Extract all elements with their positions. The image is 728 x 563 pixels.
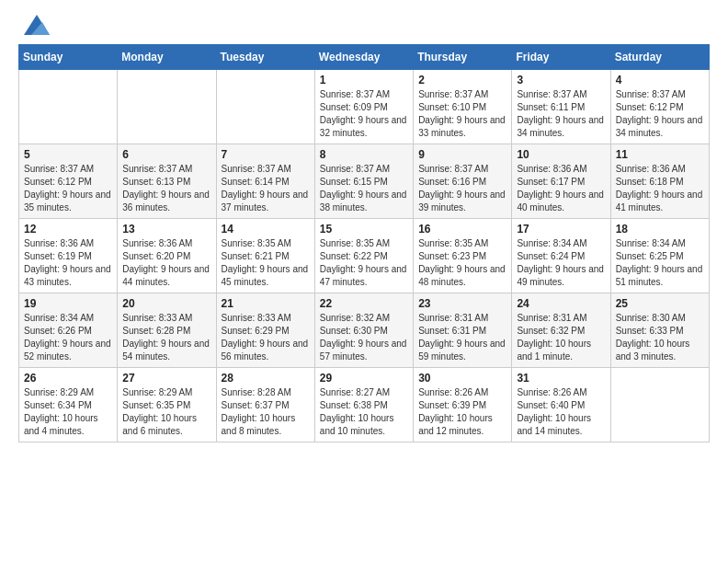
day-number: 26 bbox=[24, 372, 112, 385]
day-number: 14 bbox=[222, 223, 310, 236]
weekday-header-row: SundayMondayTuesdayWednesdayThursdayFrid… bbox=[19, 45, 710, 70]
day-info: Sunrise: 8:37 AM Sunset: 6:11 PM Dayligh… bbox=[517, 88, 605, 140]
day-cell-24: 24Sunrise: 8:31 AM Sunset: 6:32 PM Dayli… bbox=[512, 293, 610, 368]
day-cell-14: 14Sunrise: 8:35 AM Sunset: 6:21 PM Dayli… bbox=[216, 219, 314, 293]
day-number: 2 bbox=[418, 74, 506, 86]
day-cell-13: 13Sunrise: 8:36 AM Sunset: 6:20 PM Dayli… bbox=[118, 219, 216, 293]
day-cell-31: 31Sunrise: 8:26 AM Sunset: 6:40 PM Dayli… bbox=[512, 368, 610, 442]
day-number: 15 bbox=[320, 223, 408, 236]
day-cell-28: 28Sunrise: 8:28 AM Sunset: 6:37 PM Dayli… bbox=[216, 368, 314, 442]
day-info: Sunrise: 8:36 AM Sunset: 6:20 PM Dayligh… bbox=[122, 237, 210, 289]
day-cell-27: 27Sunrise: 8:29 AM Sunset: 6:35 PM Dayli… bbox=[118, 368, 216, 442]
day-info: Sunrise: 8:37 AM Sunset: 6:13 PM Dayligh… bbox=[122, 163, 210, 214]
day-cell-21: 21Sunrise: 8:33 AM Sunset: 6:29 PM Dayli… bbox=[216, 293, 314, 368]
day-number: 25 bbox=[616, 297, 704, 310]
day-info: Sunrise: 8:34 AM Sunset: 6:26 PM Dayligh… bbox=[24, 312, 112, 363]
day-cell-16: 16Sunrise: 8:35 AM Sunset: 6:23 PM Dayli… bbox=[414, 219, 512, 293]
day-number: 29 bbox=[320, 372, 408, 385]
day-cell-9: 9Sunrise: 8:37 AM Sunset: 6:16 PM Daylig… bbox=[414, 144, 512, 219]
day-info: Sunrise: 8:32 AM Sunset: 6:30 PM Dayligh… bbox=[320, 312, 408, 363]
day-number: 11 bbox=[616, 148, 704, 161]
day-info: Sunrise: 8:33 AM Sunset: 6:29 PM Dayligh… bbox=[222, 312, 310, 363]
day-number: 27 bbox=[122, 372, 210, 385]
logo bbox=[18, 15, 50, 35]
day-cell-19: 19Sunrise: 8:34 AM Sunset: 6:26 PM Dayli… bbox=[19, 293, 118, 368]
week-row-4: 19Sunrise: 8:34 AM Sunset: 6:26 PM Dayli… bbox=[19, 293, 710, 368]
day-info: Sunrise: 8:30 AM Sunset: 6:33 PM Dayligh… bbox=[616, 312, 704, 363]
day-number: 16 bbox=[418, 223, 506, 236]
day-number: 6 bbox=[122, 148, 210, 161]
day-cell-22: 22Sunrise: 8:32 AM Sunset: 6:30 PM Dayli… bbox=[314, 293, 413, 368]
day-cell-29: 29Sunrise: 8:27 AM Sunset: 6:38 PM Dayli… bbox=[314, 368, 413, 442]
day-cell-10: 10Sunrise: 8:36 AM Sunset: 6:17 PM Dayli… bbox=[512, 144, 610, 219]
empty-cell bbox=[610, 368, 709, 442]
weekday-header-saturday: Saturday bbox=[610, 45, 709, 70]
day-number: 8 bbox=[320, 148, 408, 161]
day-info: Sunrise: 8:26 AM Sunset: 6:39 PM Dayligh… bbox=[418, 386, 506, 438]
weekday-header-sunday: Sunday bbox=[19, 45, 118, 70]
day-info: Sunrise: 8:35 AM Sunset: 6:22 PM Dayligh… bbox=[320, 237, 408, 289]
day-info: Sunrise: 8:37 AM Sunset: 6:16 PM Dayligh… bbox=[418, 163, 506, 214]
week-row-5: 26Sunrise: 8:29 AM Sunset: 6:34 PM Dayli… bbox=[19, 368, 710, 442]
empty-cell bbox=[118, 70, 216, 144]
day-info: Sunrise: 8:26 AM Sunset: 6:40 PM Dayligh… bbox=[517, 386, 605, 438]
day-info: Sunrise: 8:31 AM Sunset: 6:31 PM Dayligh… bbox=[418, 312, 506, 363]
day-cell-18: 18Sunrise: 8:34 AM Sunset: 6:25 PM Dayli… bbox=[610, 219, 709, 293]
day-cell-4: 4Sunrise: 8:37 AM Sunset: 6:12 PM Daylig… bbox=[610, 70, 709, 144]
day-number: 19 bbox=[24, 297, 112, 310]
day-cell-7: 7Sunrise: 8:37 AM Sunset: 6:14 PM Daylig… bbox=[216, 144, 314, 219]
day-info: Sunrise: 8:37 AM Sunset: 6:10 PM Dayligh… bbox=[418, 88, 506, 140]
empty-cell bbox=[216, 70, 314, 144]
empty-cell bbox=[19, 70, 118, 144]
day-info: Sunrise: 8:34 AM Sunset: 6:25 PM Dayligh… bbox=[616, 237, 704, 289]
day-info: Sunrise: 8:28 AM Sunset: 6:37 PM Dayligh… bbox=[222, 386, 310, 438]
day-number: 22 bbox=[320, 297, 408, 310]
day-cell-20: 20Sunrise: 8:33 AM Sunset: 6:28 PM Dayli… bbox=[118, 293, 216, 368]
weekday-header-monday: Monday bbox=[118, 45, 216, 70]
day-cell-5: 5Sunrise: 8:37 AM Sunset: 6:12 PM Daylig… bbox=[19, 144, 118, 219]
day-number: 28 bbox=[222, 372, 310, 385]
day-info: Sunrise: 8:33 AM Sunset: 6:28 PM Dayligh… bbox=[122, 312, 210, 363]
day-cell-8: 8Sunrise: 8:37 AM Sunset: 6:15 PM Daylig… bbox=[314, 144, 413, 219]
day-number: 10 bbox=[517, 148, 605, 161]
day-number: 13 bbox=[122, 223, 210, 236]
day-cell-2: 2Sunrise: 8:37 AM Sunset: 6:10 PM Daylig… bbox=[414, 70, 512, 144]
day-number: 3 bbox=[517, 74, 605, 86]
day-info: Sunrise: 8:36 AM Sunset: 6:17 PM Dayligh… bbox=[517, 163, 605, 214]
day-info: Sunrise: 8:37 AM Sunset: 6:09 PM Dayligh… bbox=[320, 88, 408, 140]
day-number: 12 bbox=[24, 223, 112, 236]
week-row-2: 5Sunrise: 8:37 AM Sunset: 6:12 PM Daylig… bbox=[19, 144, 710, 219]
day-cell-17: 17Sunrise: 8:34 AM Sunset: 6:24 PM Dayli… bbox=[512, 219, 610, 293]
day-cell-30: 30Sunrise: 8:26 AM Sunset: 6:39 PM Dayli… bbox=[414, 368, 512, 442]
day-number: 23 bbox=[418, 297, 506, 310]
day-number: 30 bbox=[418, 372, 506, 385]
day-number: 1 bbox=[320, 74, 408, 86]
day-number: 5 bbox=[24, 148, 112, 161]
day-info: Sunrise: 8:35 AM Sunset: 6:23 PM Dayligh… bbox=[418, 237, 506, 289]
day-cell-1: 1Sunrise: 8:37 AM Sunset: 6:09 PM Daylig… bbox=[314, 70, 413, 144]
week-row-1: 1Sunrise: 8:37 AM Sunset: 6:09 PM Daylig… bbox=[19, 70, 710, 144]
logo-icon bbox=[24, 15, 50, 35]
day-info: Sunrise: 8:35 AM Sunset: 6:21 PM Dayligh… bbox=[222, 237, 310, 289]
day-info: Sunrise: 8:27 AM Sunset: 6:38 PM Dayligh… bbox=[320, 386, 408, 438]
day-number: 20 bbox=[122, 297, 210, 310]
weekday-header-wednesday: Wednesday bbox=[314, 45, 413, 70]
day-info: Sunrise: 8:37 AM Sunset: 6:14 PM Dayligh… bbox=[222, 163, 310, 214]
header bbox=[18, 15, 710, 35]
day-cell-12: 12Sunrise: 8:36 AM Sunset: 6:19 PM Dayli… bbox=[19, 219, 118, 293]
day-number: 9 bbox=[418, 148, 506, 161]
day-cell-15: 15Sunrise: 8:35 AM Sunset: 6:22 PM Dayli… bbox=[314, 219, 413, 293]
calendar-table: SundayMondayTuesdayWednesdayThursdayFrid… bbox=[18, 44, 710, 442]
day-number: 17 bbox=[517, 223, 605, 236]
day-info: Sunrise: 8:36 AM Sunset: 6:19 PM Dayligh… bbox=[24, 237, 112, 289]
day-number: 7 bbox=[222, 148, 310, 161]
day-info: Sunrise: 8:37 AM Sunset: 6:12 PM Dayligh… bbox=[616, 88, 704, 140]
day-info: Sunrise: 8:37 AM Sunset: 6:12 PM Dayligh… bbox=[24, 163, 112, 214]
day-info: Sunrise: 8:31 AM Sunset: 6:32 PM Dayligh… bbox=[517, 312, 605, 363]
day-info: Sunrise: 8:36 AM Sunset: 6:18 PM Dayligh… bbox=[616, 163, 704, 214]
weekday-header-tuesday: Tuesday bbox=[216, 45, 314, 70]
week-row-3: 12Sunrise: 8:36 AM Sunset: 6:19 PM Dayli… bbox=[19, 219, 710, 293]
day-cell-6: 6Sunrise: 8:37 AM Sunset: 6:13 PM Daylig… bbox=[118, 144, 216, 219]
day-cell-26: 26Sunrise: 8:29 AM Sunset: 6:34 PM Dayli… bbox=[19, 368, 118, 442]
day-info: Sunrise: 8:37 AM Sunset: 6:15 PM Dayligh… bbox=[320, 163, 408, 214]
